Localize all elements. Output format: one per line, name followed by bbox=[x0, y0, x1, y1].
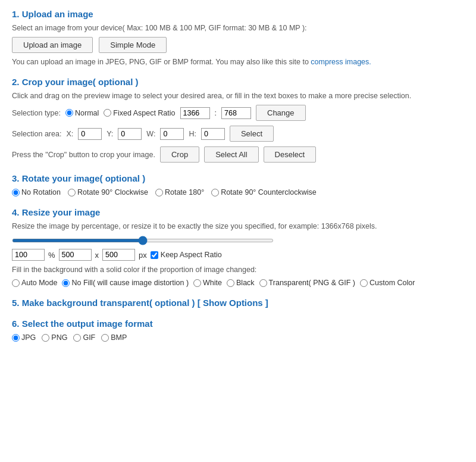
radio-fixed-input[interactable] bbox=[104, 109, 111, 117]
section-upload: 1. Upload an image Select an image from … bbox=[12, 9, 464, 66]
fill-options-row: Auto Mode No Fill( will cause image dist… bbox=[12, 279, 464, 287]
format-jpg-input[interactable] bbox=[12, 334, 20, 342]
radio-fixed-label: Fixed Aspect Ratio bbox=[113, 109, 175, 117]
simple-mode-button[interactable]: Simple Mode bbox=[99, 37, 167, 53]
y-label: Y: bbox=[107, 130, 113, 138]
x-label: X: bbox=[66, 130, 73, 138]
upload-image-button[interactable]: Upload an image bbox=[12, 37, 93, 53]
resize-dimensions-row: % x px Keep Aspect Ratio bbox=[12, 249, 464, 261]
fill-desc: Fill in the background with a solid colo… bbox=[12, 266, 464, 274]
section-resize: 4. Resize your image Resize the image by… bbox=[12, 207, 464, 287]
fill-custom-option[interactable]: Custom Color bbox=[360, 279, 415, 287]
change-button[interactable]: Change bbox=[256, 105, 306, 121]
resize-desc: Resize the image by percentage, or resiz… bbox=[12, 222, 464, 230]
times-sign: x bbox=[95, 251, 99, 260]
crop-title: 2. Crop your image( optional ) bbox=[12, 77, 464, 87]
resize-width-input[interactable] bbox=[59, 249, 92, 261]
fill-black-input[interactable] bbox=[227, 279, 234, 287]
upload-note: You can upload an image in JPEG, PNG, GI… bbox=[12, 58, 464, 66]
rotate-90cw-label: Rotate 90° Clockwise bbox=[77, 188, 148, 196]
rotate-options-row: No Rotation Rotate 90° Clockwise Rotate … bbox=[12, 188, 464, 196]
section-background: 5. Make background transparent( optional… bbox=[12, 298, 464, 308]
keep-aspect-label[interactable]: Keep Aspect Ratio bbox=[151, 251, 222, 259]
format-png-input[interactable] bbox=[42, 334, 49, 342]
rotate-none-option[interactable]: No Rotation bbox=[12, 188, 61, 196]
resize-height-input[interactable] bbox=[102, 249, 135, 261]
resize-slider[interactable] bbox=[12, 239, 274, 242]
format-options-row: JPG PNG GIF BMP bbox=[12, 333, 464, 342]
compress-images-link[interactable]: compress images. bbox=[311, 58, 371, 66]
output-title: 6. Select the output image format bbox=[12, 319, 464, 329]
fill-transparent-input[interactable] bbox=[259, 279, 267, 287]
resize-percent-input[interactable] bbox=[12, 249, 45, 261]
select-all-button[interactable]: Select All bbox=[204, 146, 258, 163]
rotate-none-label: No Rotation bbox=[21, 188, 61, 196]
w-input[interactable] bbox=[160, 128, 184, 140]
radio-normal-input[interactable] bbox=[65, 109, 73, 117]
radio-normal-label: Normal bbox=[75, 109, 99, 117]
radio-fixed-option[interactable]: Fixed Aspect Ratio bbox=[104, 109, 175, 117]
fill-none-input[interactable] bbox=[62, 279, 70, 287]
rotate-180-label: Rotate 180° bbox=[165, 188, 204, 196]
section-rotate: 3. Rotate your image( optional ) No Rota… bbox=[12, 173, 464, 196]
rotate-none-input[interactable] bbox=[12, 189, 20, 196]
h-label: H: bbox=[189, 130, 196, 138]
format-jpg-label: JPG bbox=[21, 333, 36, 342]
rotate-title: 3. Rotate your image( optional ) bbox=[12, 173, 464, 183]
fill-white-option[interactable]: White bbox=[193, 279, 222, 287]
crop-action-row: Press the "Crop" button to crop your ima… bbox=[12, 146, 464, 163]
upload-title: 1. Upload an image bbox=[12, 9, 464, 19]
select-button[interactable]: Select bbox=[230, 126, 274, 142]
upload-desc: Select an image from your device( Max: 1… bbox=[12, 24, 464, 32]
y-input[interactable] bbox=[118, 128, 142, 140]
fill-none-label: No Fill( will cause image distortion ) bbox=[71, 279, 189, 287]
upload-note-text: You can upload an image in JPEG, PNG, GI… bbox=[12, 58, 311, 66]
fill-black-option[interactable]: Black bbox=[227, 279, 255, 287]
rotate-90cw-input[interactable] bbox=[68, 189, 76, 196]
format-gif-input[interactable] bbox=[73, 334, 81, 342]
selection-type-label: Selection type: bbox=[12, 109, 61, 117]
crop-desc: Click and drag on the preview image to s… bbox=[12, 92, 464, 100]
format-bmp-option[interactable]: BMP bbox=[101, 333, 127, 342]
background-title-text: 5. Make background transparent( optional… bbox=[12, 298, 195, 308]
keep-aspect-checkbox[interactable] bbox=[151, 251, 158, 259]
px-label: px bbox=[139, 251, 147, 260]
x-input[interactable] bbox=[78, 128, 102, 140]
format-png-option[interactable]: PNG bbox=[42, 333, 67, 342]
rotate-180-input[interactable] bbox=[155, 189, 163, 196]
fill-auto-label: Auto Mode bbox=[21, 279, 57, 287]
fill-transparent-option[interactable]: Transparent( PNG & GIF ) bbox=[259, 279, 355, 287]
aspect-height-input[interactable] bbox=[221, 107, 251, 119]
format-bmp-label: BMP bbox=[111, 333, 127, 342]
fill-auto-input[interactable] bbox=[12, 279, 20, 287]
format-jpg-option[interactable]: JPG bbox=[12, 333, 36, 342]
resize-slider-container bbox=[12, 235, 464, 244]
aspect-width-input[interactable] bbox=[180, 107, 210, 119]
crop-button[interactable]: Crop bbox=[160, 146, 199, 163]
fill-transparent-label: Transparent( PNG & GIF ) bbox=[269, 279, 355, 287]
show-options-link[interactable]: [ Show Options ] bbox=[198, 298, 268, 308]
rotate-90ccw-option[interactable]: Rotate 90° Counterclockwise bbox=[211, 188, 317, 196]
fill-custom-input[interactable] bbox=[360, 279, 368, 287]
deselect-button[interactable]: Deselect bbox=[264, 146, 317, 163]
format-bmp-input[interactable] bbox=[101, 334, 109, 342]
rotate-90ccw-input[interactable] bbox=[211, 189, 219, 196]
rotate-90cw-option[interactable]: Rotate 90° Clockwise bbox=[68, 188, 148, 196]
w-label: W: bbox=[146, 130, 155, 138]
press-crop-note: Press the "Crop" button to crop your ima… bbox=[12, 151, 155, 159]
radio-normal-option[interactable]: Normal bbox=[65, 109, 99, 117]
h-input[interactable] bbox=[201, 128, 225, 140]
crop-selection-type-row: Selection type: Normal Fixed Aspect Rati… bbox=[12, 105, 464, 121]
upload-buttons: Upload an image Simple Mode bbox=[12, 37, 464, 53]
rotate-180-option[interactable]: Rotate 180° bbox=[155, 188, 204, 196]
fill-none-option[interactable]: No Fill( will cause image distortion ) bbox=[62, 279, 189, 287]
section-crop: 2. Crop your image( optional ) Click and… bbox=[12, 77, 464, 163]
resize-title: 4. Resize your image bbox=[12, 207, 464, 217]
fill-custom-label: Custom Color bbox=[369, 279, 415, 287]
crop-selection-area-row: Selection area: X: Y: W: H: Select bbox=[12, 126, 464, 142]
section-output: 6. Select the output image format JPG PN… bbox=[12, 319, 464, 342]
fill-auto-option[interactable]: Auto Mode bbox=[12, 279, 57, 287]
selection-area-label: Selection area: bbox=[12, 130, 61, 138]
format-gif-option[interactable]: GIF bbox=[73, 333, 95, 342]
fill-white-input[interactable] bbox=[193, 279, 201, 287]
